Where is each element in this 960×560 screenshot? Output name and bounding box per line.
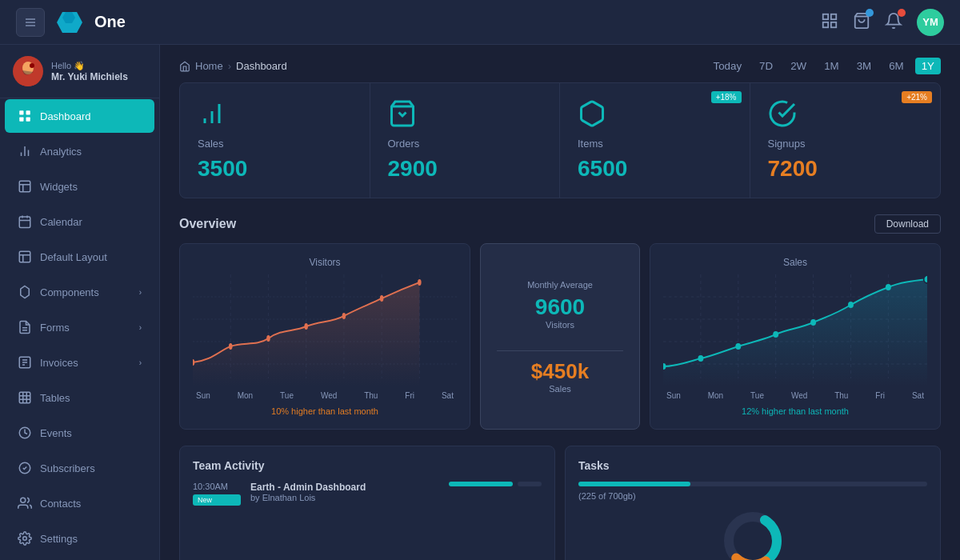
stat-value-signups: 7200 [768, 156, 923, 182]
stat-header-items [578, 99, 732, 128]
new-badge: New [193, 494, 241, 506]
topbar-right: YM [821, 9, 944, 36]
sidebar-item-invoices[interactable]: Invoices › [5, 346, 154, 379]
monthly-avg-visitors-value: 9600 [535, 294, 585, 320]
visitors-chart-days: SunMonTueWedThuFriSat [193, 391, 457, 400]
sidebar-item-settings[interactable]: Settings [5, 522, 154, 555]
topbar: One YM [0, 0, 960, 45]
time-btn-1m[interactable]: 1M [818, 58, 846, 74]
stat-card-sales: Sales 3500 [180, 83, 370, 198]
sidebar-item-dashboard[interactable]: Dashboard [5, 99, 154, 133]
sidebar-label-dashboard: Dashboard [40, 110, 91, 122]
monthly-avg-visitors-label: Visitors [546, 320, 574, 330]
activity-title: Earth - Admin Dashboard [250, 482, 366, 493]
stat-card-orders: Orders 2900 [370, 83, 561, 198]
svg-rect-21 [19, 181, 30, 192]
sidebar-item-analytics[interactable]: Analytics [5, 134, 154, 168]
time-btn-7d[interactable]: 7D [753, 58, 779, 74]
time-btn-today[interactable]: Today [707, 58, 749, 74]
items-badge: +18% [711, 91, 742, 103]
svg-rect-36 [19, 392, 30, 403]
time-btn-1y[interactable]: 1Y [915, 58, 941, 74]
sales-chart-svg [663, 274, 927, 386]
time-btn-2w[interactable]: 2W [784, 58, 813, 74]
stat-header-orders [388, 99, 542, 128]
cart-badge [866, 9, 874, 17]
sidebar-item-subscribers[interactable]: Subscribers [5, 451, 154, 485]
sidebar-item-forms[interactable]: Forms › [5, 310, 154, 344]
stat-card-items: +18% Items 6500 [560, 83, 750, 198]
sidebar: Hello 👋 Mr. Yuki Michiels Dashboard Anal… [0, 45, 160, 560]
user-section: Hello 👋 Mr. Yuki Michiels [0, 45, 159, 98]
notification-icon[interactable] [885, 12, 902, 33]
svg-point-62 [304, 323, 308, 330]
svg-point-61 [266, 335, 270, 342]
activity-progress-bar [449, 482, 513, 486]
bottom-row: Team Activity 10:30AM New Earth - Admin … [179, 446, 941, 560]
visitors-chart-box: Visitors [179, 243, 470, 430]
stat-value-orders: 2900 [388, 156, 542, 182]
svg-point-82 [886, 284, 891, 290]
sales-chart-note: 12% higher than last month [663, 406, 927, 416]
sales-chart-title: Sales [663, 257, 927, 268]
sidebar-item-calendar[interactable]: Calendar [5, 205, 154, 238]
time-btn-6m[interactable]: 6M [882, 58, 910, 74]
visitors-chart-note: 10% higher than last month [193, 406, 457, 416]
sidebar-label-calendar: Calendar [40, 216, 82, 228]
visitors-chart-title: Visitors [193, 257, 457, 268]
stat-header-signups [768, 99, 923, 128]
sidebar-label-tables: Tables [40, 392, 70, 404]
sidebar-item-events[interactable]: Events [5, 416, 154, 450]
tasks-section: Tasks (225 of 700gb) [565, 446, 941, 560]
notification-badge [898, 9, 906, 17]
orders-icon [388, 99, 417, 128]
team-activity-title: Team Activity [193, 459, 542, 472]
task-progress-fill [578, 482, 690, 486]
stat-value-sales: 3500 [198, 156, 352, 182]
stat-value-items: 6500 [578, 156, 732, 182]
sidebar-label-forms: Forms [40, 322, 70, 334]
stat-label-items: Items [578, 138, 732, 150]
svg-rect-26 [19, 251, 30, 262]
svg-point-80 [810, 319, 816, 326]
tasks-chart-area [578, 509, 927, 560]
activity-content: Earth - Admin Dashboard by Elnathan Lois [250, 482, 366, 502]
svg-rect-6 [831, 14, 836, 18]
monthly-sales-value: $450k [531, 359, 589, 384]
svg-marker-29 [21, 286, 30, 298]
cart-icon[interactable] [853, 12, 870, 33]
activity-progress-bg [518, 482, 542, 486]
breadcrumb: Home › Dashboard [179, 60, 287, 72]
sidebar-item-default-layout[interactable]: Default Layout [5, 240, 154, 274]
grid-icon[interactable] [821, 12, 838, 33]
time-btn-3m[interactable]: 3M [850, 58, 878, 74]
tasks-donut-chart [721, 509, 785, 560]
visitors-chart-svg-wrap [193, 274, 457, 386]
card-divider [497, 350, 623, 351]
signups-icon [768, 99, 797, 128]
svg-point-60 [229, 343, 233, 350]
sidebar-item-widgets[interactable]: Widgets [5, 170, 154, 203]
user-avatar-top[interactable]: YM [917, 9, 944, 36]
stats-row: Sales 3500 Orders 2900 +18% Items 6500 [179, 82, 941, 198]
user-greeting: Hello 👋 [51, 61, 128, 71]
sidebar-item-tables[interactable]: Tables [5, 381, 154, 414]
hamburger-button[interactable] [16, 8, 45, 37]
svg-point-81 [848, 302, 854, 308]
sidebar-item-contacts[interactable]: Contacts [5, 486, 154, 520]
monthly-average-card: Monthly Average 9600 Visitors $450k Sale… [480, 243, 640, 430]
stat-label-signups: Signups [768, 138, 923, 150]
overview-header: Overview Download [179, 214, 941, 234]
forms-arrow: › [139, 323, 142, 332]
breadcrumb-home[interactable]: Home [195, 60, 223, 72]
download-button[interactable]: Download [874, 214, 941, 234]
team-activity-section: Team Activity 10:30AM New Earth - Admin … [179, 446, 555, 560]
activity-progress [449, 482, 542, 486]
sidebar-item-components[interactable]: Components › [5, 275, 154, 309]
stat-label-sales: Sales [198, 138, 352, 150]
main-content: Home › Dashboard Today 7D 2W 1M 3M 6M 1Y [160, 45, 960, 560]
sales-chart-days: SunMonTueWedThuFriSat [663, 391, 927, 400]
svg-rect-14 [19, 110, 23, 114]
svg-point-79 [773, 331, 778, 338]
breadcrumb-bar: Home › Dashboard Today 7D 2W 1M 3M 6M 1Y [160, 45, 960, 82]
